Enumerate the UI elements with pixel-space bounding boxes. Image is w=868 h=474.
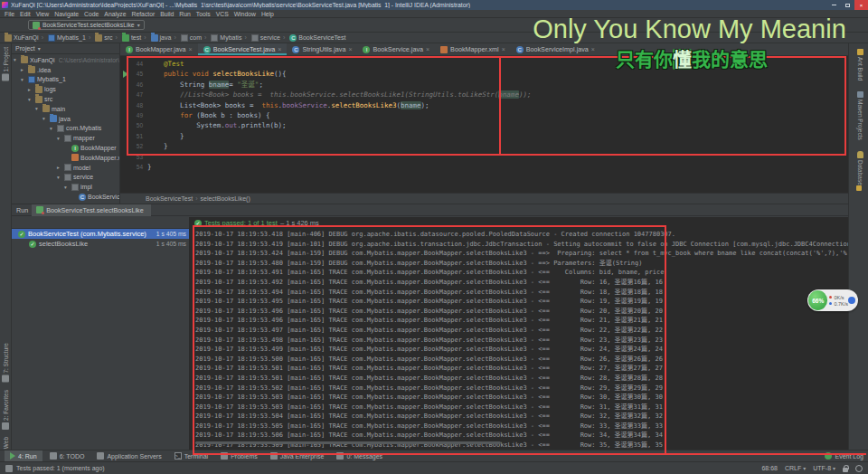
tab-close-icon[interactable] — [426, 45, 429, 53]
breadcrumb[interactable]: › java — [141, 34, 171, 42]
editor-tab[interactable]: BookMapper.xml — [435, 43, 511, 55]
tree-expand-icon[interactable] — [21, 77, 26, 82]
tree-expand-icon[interactable] — [57, 136, 62, 141]
tree-expand-icon[interactable] — [21, 67, 26, 72]
line-number[interactable]: 45 — [120, 69, 147, 79]
line-number[interactable]: 54 — [120, 162, 147, 172]
tree-item[interactable]: src — [12, 94, 119, 104]
line-number[interactable]: 48 — [120, 100, 147, 110]
menu-item[interactable]: Analyze — [104, 11, 126, 17]
menu-item[interactable]: Refactor — [132, 11, 156, 17]
gauge-icon[interactable] — [855, 465, 863, 472]
widget-action-icon[interactable] — [848, 297, 855, 304]
tree-item[interactable]: model — [12, 163, 119, 173]
tree-item[interactable]: logs — [12, 84, 119, 94]
tree-expand-icon[interactable] — [28, 97, 33, 102]
line-ending-select[interactable]: CRLF ▾ — [785, 465, 806, 471]
menu-item[interactable]: VCS — [216, 11, 229, 17]
caret-position[interactable]: 68:68 — [761, 465, 778, 471]
tree-expand-icon[interactable] — [64, 185, 70, 190]
lock-icon[interactable] — [843, 468, 848, 472]
menu-item[interactable]: Tools — [196, 11, 211, 17]
breadcrumb-method[interactable]: selectBooksLike() — [200, 195, 250, 202]
tab-close-icon[interactable] — [502, 45, 505, 53]
menu-item[interactable]: Code — [84, 11, 99, 17]
tree-item[interactable]: BookServiceImpl — [12, 192, 119, 202]
run-tab[interactable]: BookServiceTest.selectBooksLike — [32, 204, 150, 216]
line-number[interactable]: 46 — [120, 80, 147, 90]
breadcrumb[interactable]: › src — [86, 34, 113, 42]
run-gutter-icon[interactable] — [123, 71, 128, 78]
tree-expand-icon[interactable] — [57, 175, 62, 180]
close-button[interactable]: × — [854, 0, 868, 10]
breadcrumb[interactable]: › test — [113, 34, 142, 42]
breadcrumb[interactable]: › Mybatis — [202, 34, 241, 42]
breadcrumb[interactable]: › com — [171, 34, 202, 42]
tree-item[interactable]: java — [12, 114, 119, 124]
tree-item[interactable]: .idea — [12, 65, 119, 75]
breadcrumb[interactable]: › XuFanQi — [5, 34, 39, 42]
tree-expand-icon[interactable] — [35, 106, 41, 111]
minimize-button[interactable] — [827, 0, 841, 10]
tool-window-button[interactable]: 0: Messages — [331, 450, 388, 462]
tool-stripe-item[interactable]: Database — [857, 151, 863, 185]
tool-stripe-item[interactable]: 7: Structure — [2, 343, 9, 383]
menu-item[interactable]: Window — [234, 11, 256, 17]
tool-window-button[interactable]: Java Enterprise — [265, 450, 330, 462]
tree-item[interactable]: mapper — [12, 133, 119, 143]
tree-expand-icon[interactable] — [57, 165, 62, 170]
tab-close-icon[interactable] — [189, 45, 193, 53]
chevron-down-icon[interactable]: ▾ — [38, 45, 41, 52]
tree-expand-icon[interactable] — [14, 57, 19, 62]
line-number[interactable]: 51 — [120, 131, 147, 141]
tab-close-icon[interactable] — [348, 45, 352, 53]
status-message[interactable]: Tests passed: 1 (moments ago) — [16, 465, 105, 471]
tool-stripe-item[interactable]: 2: Favorites — [2, 390, 9, 430]
menu-item[interactable]: Help — [261, 11, 274, 17]
tree-item[interactable]: BookMapper — [12, 143, 119, 153]
tree-item[interactable]: com.Mybatis — [12, 124, 119, 134]
menu-item[interactable]: Edit — [20, 11, 31, 17]
tree-item[interactable]: impl — [12, 182, 119, 192]
tool-stripe-item[interactable]: Ant Build — [857, 49, 863, 81]
editor-tab[interactable]: StringUtils.java — [287, 43, 357, 55]
tool-window-button[interactable]: 4: Run — [5, 450, 42, 462]
breadcrumb[interactable]: › BookServiceTest — [280, 34, 345, 42]
event-log-button[interactable]: Event Log — [825, 452, 863, 460]
line-number[interactable]: 52 — [120, 141, 147, 151]
window-icon[interactable] — [5, 465, 13, 472]
project-panel-title[interactable]: Project — [15, 45, 35, 52]
breadcrumb-class[interactable]: BookServiceTest — [146, 195, 193, 202]
line-number[interactable]: 50 — [120, 120, 147, 130]
menu-item[interactable]: Build — [160, 11, 174, 17]
tree-item[interactable]: BookMapper.xml — [12, 153, 119, 163]
tree-expand-icon[interactable] — [28, 87, 33, 92]
encoding-select[interactable]: UTF-8 ▾ — [813, 465, 835, 471]
horizontal-scrollbar[interactable] — [195, 441, 501, 444]
tree-item[interactable]: Mybatis_1 — [12, 75, 119, 85]
menu-item[interactable]: View — [36, 11, 50, 17]
run-configuration-select[interactable]: BookServiceTest.selectBooksLike ▾ — [28, 20, 145, 30]
line-number[interactable]: 44 — [120, 59, 147, 69]
test-tree-row[interactable]: selectBooksLike 1 s 405 ms — [12, 239, 189, 249]
run-console[interactable]: Tests passed: 1 of 1 test – 1 s 426 ms 2… — [190, 217, 848, 450]
line-number[interactable]: 47 — [120, 90, 147, 100]
breadcrumb[interactable]: › Mybatis_1 — [39, 34, 86, 42]
tab-close-icon[interactable] — [278, 45, 281, 53]
editor-tab[interactable]: BookServiceTest.java — [198, 43, 288, 55]
tree-expand-icon[interactable] — [50, 126, 55, 131]
event-balloon-icon[interactable] — [856, 185, 862, 191]
tool-stripe-project[interactable]: 1: Project — [2, 47, 9, 81]
code-editor[interactable]: 44 @Test 45 public void selectBooksLike(… — [120, 59, 848, 172]
tool-window-button[interactable]: Problems — [215, 450, 263, 462]
menu-item[interactable]: Run — [179, 11, 190, 17]
tool-window-button[interactable]: Terminal — [169, 450, 213, 462]
breadcrumb[interactable]: › service — [241, 34, 280, 42]
network-speed-widget[interactable]: 66% 0K/s 0.7K/s — [807, 289, 858, 311]
tool-stripe-item[interactable]: Maven Projects — [857, 91, 863, 140]
memory-percent-ball[interactable]: 66% — [808, 290, 827, 310]
line-number[interactable]: 49 — [120, 110, 147, 120]
tool-window-button[interactable]: 6: TODO — [44, 450, 90, 462]
tree-item[interactable]: service — [12, 173, 119, 183]
tree-item[interactable]: main — [12, 104, 119, 114]
